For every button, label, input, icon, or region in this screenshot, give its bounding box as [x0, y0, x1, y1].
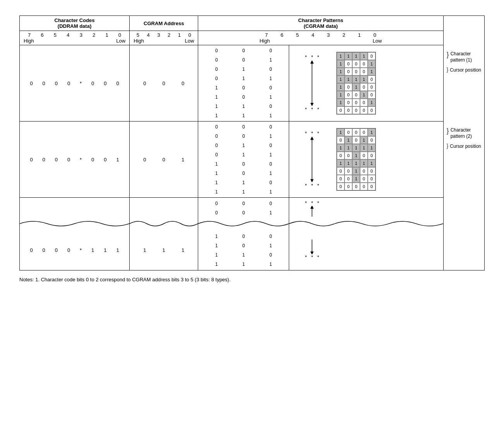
wavy-line-1: [20, 218, 129, 229]
table-wrapper: Character Codes(DDRAM data) CGRAM Addres…: [19, 15, 485, 270]
pattern-grid-cell-2: 1 0 0 0 1 0 1 0 1 0 1: [335, 122, 443, 198]
bit-0: 0: [118, 32, 121, 38]
bit-5: 5: [54, 32, 57, 38]
arrow-down-3: [309, 239, 315, 254]
wavy-cell-4: [289, 218, 335, 230]
bit-1: 1: [105, 32, 108, 38]
pattern-stars-arrow-cell-1: * * *: [289, 45, 335, 122]
char-pattern-1-label: Characterpattern (1): [451, 51, 472, 64]
cgram-low-label: Low: [185, 38, 194, 44]
side-labels-3-top: [443, 198, 484, 219]
cgram-fixed-cell-2: 0 0 1: [130, 122, 198, 198]
pat-bit-3: 3: [327, 32, 330, 38]
pat-bit-5: 5: [296, 32, 299, 38]
cgram-bit-4: 4: [147, 32, 150, 38]
wavy-line-2: [130, 218, 198, 229]
wavy-line-4: [289, 218, 335, 229]
pat-high-label: High: [259, 38, 270, 44]
notes-section: Notes: 1. Character code bits 0 to 2 cor…: [19, 277, 485, 282]
cgram-bit-5: 5: [137, 32, 139, 38]
char-code-cell-1: 0 0 0 0 * 0 0 0: [20, 45, 130, 122]
wavy-row: [20, 218, 485, 230]
reference-table: Character Codes(DDRAM data) CGRAM Addres…: [19, 15, 485, 270]
cgram-addr-bits: 5 4 3 2 1 0 High Low: [130, 31, 198, 45]
data-row-1: 0 0 0 0 * 0 0 0 0: [20, 45, 485, 122]
pat-bit-1: 1: [358, 32, 361, 38]
side-labels-1: } Characterpattern (1) } Cursor position: [443, 45, 484, 122]
bit-3: 3: [80, 32, 82, 38]
bit-numbers-row: 7 6 5 4 3 2 1 0 High Low: [20, 31, 485, 45]
main-container: Character Codes(DDRAM data) CGRAM Addres…: [8, 8, 496, 290]
char-code-cell-3-top: [20, 198, 130, 219]
pat-bit-7: 7: [265, 32, 268, 38]
note-1: Notes: 1. Character code bits 0 to 2 cor…: [19, 277, 485, 282]
header-char-codes: Character Codes(DDRAM data): [20, 16, 130, 31]
cgram-var-cell-1: 000 001 010 011: [198, 45, 289, 122]
bit-4: 4: [67, 32, 69, 38]
pattern-empty-3-top: [335, 198, 443, 219]
data-row-3-top: 000 001 * * *: [20, 198, 485, 219]
pattern-grid-cell-1: 1 1 1 1 0 1 0 0 0 1 1: [335, 45, 443, 122]
pat-bit-0: 0: [374, 32, 376, 38]
wavy-cell-5: [335, 218, 443, 230]
wavy-cell-1: [20, 218, 130, 230]
wavy-cell-side: [443, 218, 484, 230]
data-row-3-bottom: 0 0 0 0 * 1 1 1 1 1: [20, 230, 485, 270]
side-labels-3-bottom: [443, 230, 484, 270]
arrow-updown-1: [309, 60, 315, 106]
pattern-stars-3-bottom: * * *: [289, 230, 335, 270]
bit-6: 6: [41, 32, 43, 38]
pat-bit-6: 6: [281, 32, 283, 38]
cgram-fixed-cell-1: 0 0 0: [130, 45, 198, 122]
cgram-var-cell-2: 000 001 010 011: [198, 122, 289, 198]
pat-bit-4: 4: [312, 32, 314, 38]
pattern-bits-col: 7 6 5 4 3 2 1 0 High Low: [198, 31, 443, 45]
char-low-label: Low: [116, 38, 125, 44]
cgram-high-label: High: [134, 38, 144, 44]
pattern-empty-3-bottom: [335, 230, 443, 270]
cgram-bit-1: 1: [178, 32, 181, 38]
bit-2: 2: [93, 32, 95, 38]
cgram-bit-2: 2: [168, 32, 170, 38]
char-code-cell-3-bottom: 0 0 0 0 * 1 1 1: [20, 230, 130, 270]
pat-bit-2: 2: [343, 32, 345, 38]
side-labels-2: } Characterpattern (2) } Cursor position: [443, 122, 484, 198]
cgram-fixed-cell-3-top: [130, 198, 198, 219]
cgram-bit-3: 3: [157, 32, 160, 38]
cursor-pos-1-label: Cursor position: [450, 67, 481, 73]
header-char-patterns: Character Patterns(CGRAM data): [198, 16, 443, 31]
wavy-line-5: [335, 218, 443, 229]
cgram-var-cell-3-bottom: 100 101 110 111: [198, 230, 289, 270]
char-high-label: High: [24, 38, 34, 44]
pat-low-label: Low: [373, 38, 382, 44]
header-cgram-addr: CGRAM Address: [130, 16, 198, 31]
char-code-cell-2: 0 0 0 0 * 0 0 1: [20, 122, 130, 198]
cgram-var-cell-3-top: 000 001: [198, 198, 289, 219]
pattern-stars-arrow-cell-2: * * *: [289, 122, 335, 198]
char-pattern-2-label: Characterpattern (2): [451, 127, 472, 140]
char-code-bits: 7 6 5 4 3 2 1 0 High Low: [20, 31, 130, 45]
cgram-bit-0: 0: [188, 32, 191, 38]
wavy-line-3: [198, 218, 289, 229]
wavy-cell-3: [198, 218, 289, 230]
arrow-updown-2: [309, 136, 315, 183]
wavy-cell-2: [130, 218, 198, 230]
arrow-up-3: [309, 206, 315, 217]
data-row-2: 0 0 0 0 * 0 0 1 0 0: [20, 122, 485, 198]
pattern-stars-3-top: * * *: [289, 198, 335, 219]
cgram-fixed-cell-3-bottom: 1 1 1: [130, 230, 198, 270]
header-row: Character Codes(DDRAM data) CGRAM Addres…: [20, 16, 485, 31]
bit-7: 7: [28, 32, 31, 38]
cursor-pos-2-label: Cursor position: [450, 144, 481, 149]
